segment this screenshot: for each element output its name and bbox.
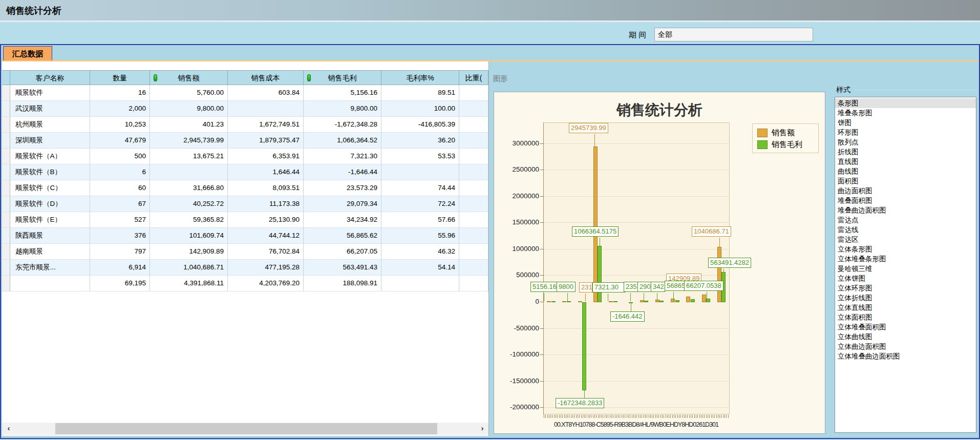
page-title: 销售统计分析 xyxy=(6,5,61,17)
chart-groupbox-label: 图形 xyxy=(493,74,507,83)
legend-swatch-gross-profit xyxy=(757,140,768,149)
table-cell xyxy=(459,260,488,276)
table-row[interactable]: 越南顺景797142,909.8976,702.8466,207.0546.32 xyxy=(2,244,488,260)
row-indicator[interactable] xyxy=(2,117,10,133)
style-list-item[interactable]: 堆叠曲边面积图 xyxy=(835,205,976,215)
row-indicator[interactable] xyxy=(2,260,10,276)
table-cell: 5,760.00 xyxy=(150,85,228,101)
row-indicator[interactable] xyxy=(2,133,10,149)
table-row[interactable]: 东莞市顺景...6,9141,040,686.71477,195.28563,4… xyxy=(2,260,488,276)
window-titlebar: 销售统计分析 xyxy=(0,0,980,20)
row-indicator[interactable] xyxy=(2,276,10,291)
table-row[interactable]: 顺景软件（E）52759,365.8225,130.9034,234.9257.… xyxy=(2,212,488,228)
row-indicator[interactable] xyxy=(2,228,10,244)
style-list-item[interactable]: 立体饼图 xyxy=(835,274,976,283)
chart-label-stem xyxy=(584,390,585,398)
style-list-item[interactable]: 立体堆叠曲边面积图 xyxy=(835,351,976,361)
chart-bar xyxy=(567,301,571,302)
column-header[interactable]: 销售毛利 xyxy=(304,70,381,85)
style-list-item[interactable]: 曲边面积图 xyxy=(835,186,976,196)
table-row[interactable]: 顺景软件（D）6740,252.7211,173.3829,079.3472.2… xyxy=(2,196,488,212)
chart-y-tick-label: 1500000 xyxy=(500,218,539,226)
style-list-item[interactable]: 曼哈顿三维 xyxy=(835,264,976,274)
style-list-item[interactable]: 条形图 xyxy=(835,98,976,108)
style-list-item[interactable]: 立体堆叠条形图 xyxy=(835,254,976,264)
table-cell: 9,800.00 xyxy=(150,101,228,117)
table-cell: 100.00 xyxy=(381,101,459,117)
column-header[interactable]: 销售额 xyxy=(150,70,228,85)
chart-y-tick xyxy=(540,249,544,249)
column-marker-icon xyxy=(307,74,311,81)
style-list-item[interactable]: 环形图 xyxy=(835,128,976,137)
style-list-item[interactable]: 直线图 xyxy=(835,157,976,166)
row-indicator[interactable] xyxy=(2,212,10,228)
style-list-item[interactable]: 立体曲边面积图 xyxy=(835,342,976,351)
row-indicator[interactable] xyxy=(2,196,10,212)
style-list-item[interactable]: 饼图 xyxy=(835,118,976,128)
table-cell: 477,195.28 xyxy=(228,260,304,276)
style-list-item[interactable]: 曲线图 xyxy=(835,166,976,176)
style-list-item[interactable]: 堆叠条形图 xyxy=(835,108,976,118)
table-row[interactable]: 顺景软件（A）50013,675.216,353.917,321.3053.53 xyxy=(2,149,488,164)
style-list-item[interactable]: 立体折线图 xyxy=(835,293,976,303)
chart-y-tick xyxy=(540,407,544,408)
table-row[interactable]: 深圳顺景47,6792,945,739.991,879,375.471,066,… xyxy=(2,133,488,149)
column-header[interactable]: 销售成本 xyxy=(228,70,304,85)
table-row[interactable]: 陕西顺景376101,609.7444,744.1256,865.6255.96 xyxy=(2,228,488,244)
chart-label-stem xyxy=(707,292,707,301)
period-input[interactable] xyxy=(654,28,813,41)
chart-bar xyxy=(551,301,556,302)
table-row[interactable]: 顺景软件（C）6031,666.808,093.5123,573.2974.44 xyxy=(2,180,488,196)
table-row[interactable]: 顺景软件165,760.00603.845,156.1689.51 xyxy=(2,85,488,101)
style-list-item[interactable]: 堆叠面积图 xyxy=(835,196,976,205)
chart-style-listbox[interactable]: 条形图堆叠条形图饼图环形图散列点折线图直线图曲线图面积图曲边面积图堆叠面积图堆叠… xyxy=(835,97,976,433)
style-list-item[interactable]: 雷达点 xyxy=(835,215,976,225)
table-cell: 72.24 xyxy=(381,196,459,212)
scroll-right-button[interactable]: › xyxy=(476,423,489,435)
style-list-item[interactable]: 立体条形图 xyxy=(835,244,976,254)
table-row[interactable]: 69,1954,391,868.114,203,769.20188,098.91 xyxy=(2,276,488,291)
scrollbar-thumb[interactable] xyxy=(55,423,437,434)
chart-canvas: 销售统计分析 300000025000002000000150000010000… xyxy=(494,92,825,434)
row-indicator[interactable] xyxy=(2,101,10,117)
column-header[interactable]: 毛利率% xyxy=(381,70,459,85)
style-list-item[interactable]: 折线图 xyxy=(835,147,976,157)
table-cell: 59,365.82 xyxy=(150,212,228,228)
table-cell: 顺景软件 xyxy=(10,85,90,101)
style-list-item[interactable]: 雷达线 xyxy=(835,225,976,235)
period-label: 期 间 xyxy=(629,30,646,40)
horizontal-scrollbar[interactable]: ‹ › xyxy=(2,423,488,435)
row-indicator[interactable] xyxy=(2,180,10,196)
main-panel: 汇总数据 客户名称数量销售额销售成本销售毛利毛利率%比重( 顺景软件165,76… xyxy=(0,44,980,439)
table-cell: 越南顺景 xyxy=(10,244,90,260)
table-cell: 34,234.92 xyxy=(304,212,381,228)
table-cell: 8,093.51 xyxy=(228,180,304,196)
table-cell: 1,066,364.52 xyxy=(304,133,381,149)
style-list-item[interactable]: 雷达区 xyxy=(835,235,976,244)
table-row[interactable]: 杭州顺景10,253401.231,672,749.51-1,672,348.2… xyxy=(2,117,488,133)
column-header[interactable]: 比重( xyxy=(459,70,488,85)
chart-gridline xyxy=(544,170,730,170)
style-list-item[interactable]: 散列点 xyxy=(835,137,976,147)
row-indicator[interactable] xyxy=(2,244,10,260)
row-indicator[interactable] xyxy=(2,149,10,164)
style-list-item[interactable]: 面积图 xyxy=(835,176,976,186)
table-row[interactable]: 武汉顺景2,0009,800.009,800.00100.00 xyxy=(2,101,488,117)
column-header[interactable]: 数量 xyxy=(90,70,150,85)
chart-label-stem xyxy=(600,238,600,246)
chart-y-tick-label: 3000000 xyxy=(500,139,539,147)
table-cell: 顺景软件（E） xyxy=(10,212,90,228)
column-header[interactable]: 客户名称 xyxy=(10,70,90,85)
tab-summary-data[interactable]: 汇总数据 xyxy=(3,46,52,60)
style-list-item[interactable]: 立体曲线图 xyxy=(835,332,976,342)
row-indicator[interactable] xyxy=(2,164,10,180)
row-indicator[interactable] xyxy=(2,85,10,101)
table-cell: 188,098.91 xyxy=(304,276,381,291)
style-list-item[interactable]: 立体环形图 xyxy=(835,283,976,293)
style-list-item[interactable]: 立体堆叠面积图 xyxy=(835,322,976,332)
scroll-left-button[interactable]: ‹ xyxy=(2,423,15,435)
style-list-item[interactable]: 立体直线图 xyxy=(835,303,976,312)
table-row[interactable]: 顺景软件（B）61,646.44-1,646.44 xyxy=(2,164,488,180)
chart-label-stem xyxy=(594,134,595,147)
style-list-item[interactable]: 立体面积图 xyxy=(835,312,976,322)
